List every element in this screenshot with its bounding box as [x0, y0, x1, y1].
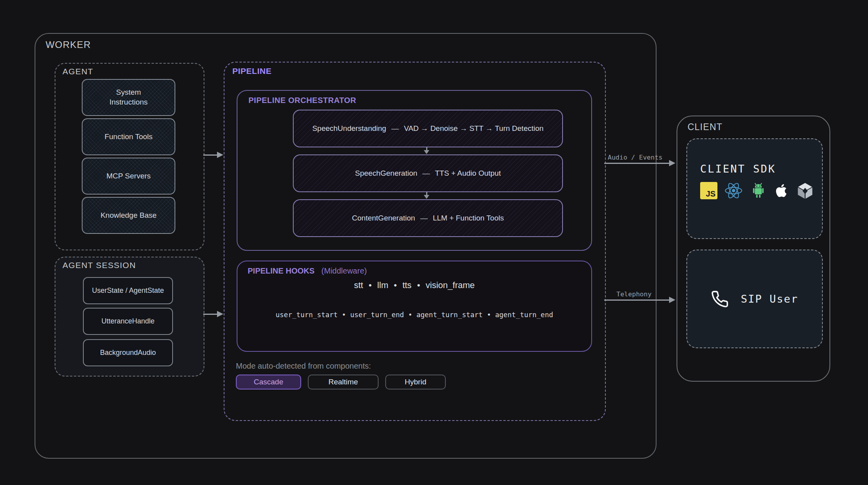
client-box: CLIENT CLIENT SDK JS	[677, 116, 830, 382]
agent-item-system-instructions: System Instructions	[82, 79, 175, 116]
stage-content-generation: ContentGeneration — LLM + Function Tools	[293, 199, 563, 237]
worker-label: WORKER	[46, 39, 91, 50]
javascript-icon: JS	[700, 182, 717, 199]
agent-to-pipeline-arrow	[203, 154, 217, 156]
sip-user-box: SIP User	[686, 250, 823, 348]
mode-button-realtime[interactable]: Realtime	[308, 375, 379, 389]
react-icon	[724, 182, 743, 199]
pipeline-hooks-box: PIPELINE HOOKS (Middleware) stt • llm • …	[237, 261, 592, 352]
sip-user-label: SIP User	[741, 293, 798, 305]
audio-events-arrow-label: Audio / Events	[608, 154, 662, 161]
agent-session-label: AGENT SESSION	[63, 261, 136, 270]
worker-box: WORKER AGENT System Instructions Functio…	[35, 33, 657, 459]
pipeline-box: PIPELINE PIPELINE ORCHESTRATOR SpeechUnd…	[224, 62, 606, 421]
mode-button-hybrid[interactable]: Hybrid	[385, 375, 446, 389]
agent-session-box: AGENT SESSION UserState / AgentState Utt…	[55, 257, 204, 377]
telephony-arrow	[604, 299, 669, 301]
agent-item-function-tools: Function Tools	[82, 118, 175, 155]
mode-selector: Cascade Realtime Hybrid	[236, 375, 446, 389]
session-item-utterancehandle: UtteranceHandle	[83, 308, 173, 335]
phone-icon	[711, 290, 729, 308]
stage-flow-arrow-2	[426, 192, 427, 195]
pipeline-hooks-label: PIPELINE HOOKS (Middleware)	[248, 266, 367, 276]
client-sdk-box: CLIENT SDK JS	[686, 138, 823, 239]
session-item-userstate: UserState / AgentState	[83, 277, 173, 304]
session-item-backgroundaudio: BackgroundAudio	[83, 339, 173, 366]
client-sdk-label: CLIENT SDK	[700, 163, 776, 175]
telephony-arrow-label: Telephony	[616, 290, 651, 298]
stage-speech-understanding: SpeechUnderstanding — VAD → Denoise → ST…	[293, 110, 563, 147]
stage-speech-generation: SpeechGeneration — TTS + Audio Output	[293, 154, 563, 192]
agent-item-knowledge-base: Knowledge Base	[82, 197, 175, 234]
pipeline-orchestrator-box: PIPELINE ORCHESTRATOR SpeechUnderstandin…	[237, 90, 592, 251]
stage-flow-arrow-1	[426, 147, 427, 151]
agent-item-mcp-servers: MCP Servers	[82, 158, 175, 195]
android-icon	[750, 182, 767, 200]
pipeline-orchestrator-label: PIPELINE ORCHESTRATOR	[248, 96, 356, 105]
architecture-diagram: WORKER AGENT System Instructions Functio…	[0, 0, 868, 485]
agent-label: AGENT	[63, 67, 93, 76]
mode-caption: Mode auto-detected from components:	[236, 362, 371, 371]
agent-box: AGENT System Instructions Function Tools…	[55, 63, 204, 250]
session-to-pipeline-arrow	[203, 314, 217, 315]
client-label: CLIENT	[688, 122, 723, 132]
pipeline-label: PIPELINE	[232, 66, 272, 76]
pipeline-hooks-sublabel: (Middleware)	[322, 266, 367, 275]
hooks-stream-events: stt • llm • tts • vision_frame	[237, 280, 591, 290]
client-sdk-icons: JS	[700, 182, 814, 200]
unity-icon	[796, 182, 814, 200]
mode-button-cascade[interactable]: Cascade	[236, 375, 301, 389]
audio-events-arrow	[604, 163, 669, 164]
apple-icon	[774, 182, 789, 200]
hooks-turn-events: user_turn_start • user_turn_end • agent_…	[237, 311, 591, 319]
